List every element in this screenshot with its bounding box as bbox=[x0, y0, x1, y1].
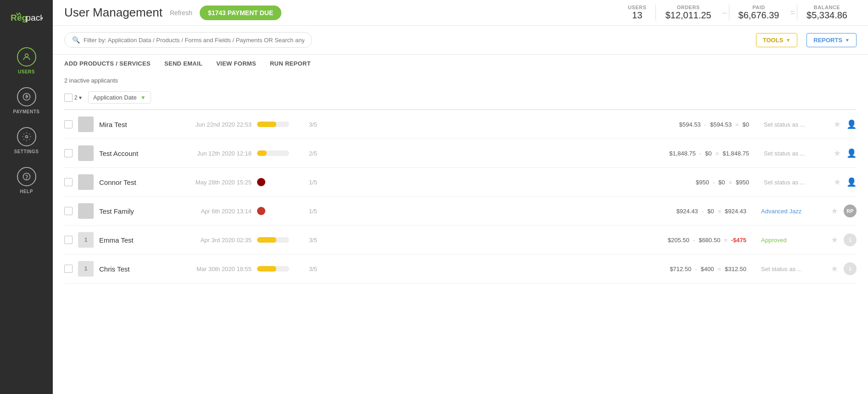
user-name[interactable]: Mira Test bbox=[99, 121, 173, 128]
row-actions: ★ RP bbox=[831, 205, 857, 217]
sidebar-item-help[interactable]: HELP bbox=[0, 161, 53, 200]
table-row: 1 Chris Test Mar 30th 2020 18:55 3/5 $71… bbox=[64, 255, 857, 283]
row-avatar: 1 bbox=[78, 232, 94, 248]
minus-icon: - bbox=[713, 179, 715, 186]
search-input[interactable] bbox=[84, 37, 304, 44]
settings-icon bbox=[17, 127, 36, 146]
user-action-icon[interactable]: 👤 bbox=[846, 148, 857, 158]
search-bar[interactable]: 🔍 bbox=[64, 32, 312, 48]
order-amount: $924.43 bbox=[677, 208, 698, 215]
star-icon[interactable]: ★ bbox=[831, 206, 838, 216]
reports-button[interactable]: REPORTS ▼ bbox=[806, 33, 857, 47]
minus-icon: - bbox=[693, 237, 695, 244]
progress-bar bbox=[257, 150, 289, 156]
add-products-button[interactable]: ADD PRODUCTS / SERVICES bbox=[64, 60, 151, 67]
forms-count: 1/5 bbox=[304, 208, 322, 215]
equals-icon: = bbox=[728, 179, 732, 186]
payment-due-button[interactable]: $1743 PAYMENT DUE bbox=[200, 6, 281, 20]
action-bar: ADD PRODUCTS / SERVICES SEND EMAIL VIEW … bbox=[53, 55, 868, 72]
row-checkbox[interactable] bbox=[64, 207, 73, 215]
stat-orders: ORDERS $12,011.25 bbox=[655, 5, 720, 21]
users-icon bbox=[17, 47, 36, 67]
sidebar-item-users[interactable]: USERS bbox=[0, 41, 53, 81]
sidebar-payments-label: PAYMENTS bbox=[13, 109, 40, 114]
refresh-button[interactable]: Refresh bbox=[170, 9, 192, 17]
user-name[interactable]: Test Family bbox=[99, 207, 173, 215]
row-checkbox[interactable] bbox=[64, 120, 73, 128]
progress-fill bbox=[257, 266, 276, 272]
progress-indicator bbox=[257, 207, 298, 215]
status-label[interactable]: Set status as ... bbox=[752, 266, 825, 272]
count-dropdown-button[interactable]: 2 ▾ bbox=[73, 94, 84, 101]
filter-count-control: 2 ▾ bbox=[64, 94, 84, 102]
user-name[interactable]: Test Account bbox=[99, 150, 173, 157]
status-label[interactable]: Set status as ... bbox=[755, 150, 828, 157]
star-icon[interactable]: ★ bbox=[834, 148, 841, 158]
balance-amount: $0 bbox=[743, 121, 749, 128]
avatar-badge[interactable]: 1 bbox=[844, 233, 857, 246]
row-checkbox[interactable] bbox=[64, 236, 73, 244]
svg-point-2 bbox=[25, 54, 28, 57]
table-row: Connor Test May 28th 2020 15:25 1/5 $950… bbox=[64, 168, 857, 197]
equals-icon: = bbox=[717, 208, 721, 215]
main-content: User Management Refresh $1743 PAYMENT DU… bbox=[53, 0, 868, 394]
row-avatar bbox=[78, 203, 94, 219]
star-icon[interactable]: ★ bbox=[831, 264, 838, 274]
sort-selector[interactable]: Application Date ▼ bbox=[88, 91, 151, 104]
stat-paid: PAID $6,676.39 bbox=[729, 5, 789, 21]
equals-icon: = bbox=[717, 266, 721, 272]
row-actions: ★ 👤 bbox=[834, 148, 857, 158]
table-row: 1 Emma Test Apr 3rd 2020 02:35 3/5 $205.… bbox=[64, 226, 857, 255]
user-name[interactable]: Chris Test bbox=[99, 265, 173, 273]
sidebar-item-payments[interactable]: PAYMENTS bbox=[0, 81, 53, 121]
svg-point-6 bbox=[26, 179, 27, 179]
orders-label: ORDERS bbox=[677, 5, 700, 10]
status-label[interactable]: Set status as ... bbox=[755, 179, 828, 186]
user-name[interactable]: Emma Test bbox=[99, 236, 173, 244]
forms-count: 3/5 bbox=[304, 121, 322, 128]
financials: $205.50 - $680.50 = -$475 bbox=[328, 237, 746, 244]
user-action-icon[interactable]: 👤 bbox=[846, 177, 857, 187]
send-email-button[interactable]: SEND EMAIL bbox=[164, 60, 202, 67]
paid-amount: $594.53 bbox=[710, 121, 732, 128]
user-action-icon[interactable]: 👤 bbox=[846, 119, 857, 129]
sort-arrow-icon: ▼ bbox=[140, 94, 146, 101]
application-date: Apr 3rd 2020 02:35 bbox=[178, 237, 252, 244]
view-forms-button[interactable]: VIEW FORMS bbox=[216, 60, 256, 67]
tools-button[interactable]: TOOLS ▼ bbox=[756, 33, 797, 47]
progress-indicator bbox=[257, 150, 298, 156]
star-icon[interactable]: ★ bbox=[831, 235, 838, 245]
inactive-notice: 2 inactive applicants bbox=[64, 72, 857, 88]
stats-bar: USERS 13 ORDERS $12,011.25 – PAID $6,676… bbox=[619, 5, 857, 21]
progress-indicator bbox=[257, 266, 298, 272]
star-icon[interactable]: ★ bbox=[834, 119, 841, 129]
minus-icon: - bbox=[705, 121, 706, 128]
row-checkbox[interactable] bbox=[64, 265, 73, 273]
user-name[interactable]: Connor Test bbox=[99, 178, 173, 186]
star-icon[interactable]: ★ bbox=[834, 177, 841, 187]
avatar-badge[interactable]: RP bbox=[844, 205, 857, 217]
run-report-button[interactable]: RUN REPORT bbox=[270, 60, 311, 67]
users-value: 13 bbox=[632, 10, 642, 21]
avatar-badge[interactable]: 1 bbox=[844, 262, 857, 275]
payments-icon bbox=[17, 87, 36, 106]
status-label[interactable]: Advanced Jazz bbox=[752, 208, 825, 215]
progress-fill bbox=[257, 237, 276, 243]
svg-text:Reg: Reg bbox=[11, 13, 27, 22]
balance-amount: -$475 bbox=[731, 237, 746, 244]
progress-bar bbox=[257, 237, 289, 243]
row-checkbox[interactable] bbox=[64, 149, 73, 157]
status-label[interactable]: Approved bbox=[752, 237, 825, 244]
select-all-checkbox[interactable] bbox=[64, 94, 73, 102]
orders-value: $12,011.25 bbox=[665, 10, 711, 21]
progress-bar bbox=[257, 266, 289, 272]
balance-amount: $924.43 bbox=[725, 208, 746, 215]
financials: $924.43 - $0 = $924.43 bbox=[328, 208, 746, 215]
status-label[interactable]: Set status as ... bbox=[755, 121, 828, 128]
balance-amount: $312.50 bbox=[725, 266, 746, 272]
row-actions: ★ 👤 bbox=[834, 177, 857, 187]
row-checkbox[interactable] bbox=[64, 178, 73, 186]
balance-amount: $950 bbox=[736, 179, 749, 186]
financials: $712.50 - $400 = $312.50 bbox=[328, 266, 746, 272]
sidebar-item-settings[interactable]: SETTINGS bbox=[0, 121, 53, 161]
